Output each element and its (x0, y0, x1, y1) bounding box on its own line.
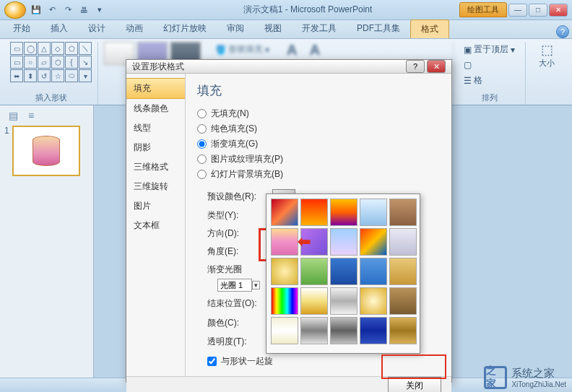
preset-gradient-swatch[interactable] (330, 287, 358, 315)
transparency-label: 透明度(T): (207, 336, 266, 348)
ribbon-tab[interactable]: 幻灯片放映 (153, 19, 217, 38)
preset-gradient-swatch[interactable] (300, 258, 328, 285)
fill-radio[interactable] (197, 139, 207, 149)
preset-gradient-swatch[interactable] (271, 258, 298, 285)
layer-back-icon: ▢ (464, 60, 472, 70)
sidebar-item[interactable]: 线型 (126, 118, 185, 138)
qat-more-icon[interactable]: ▾ (92, 3, 107, 17)
fill-radio-label: 幻灯片背景填充(B) (211, 168, 283, 180)
preset-gradient-swatch[interactable] (300, 317, 328, 344)
preset-gradient-swatch[interactable] (271, 317, 298, 344)
ribbon-tab[interactable]: 开发工具 (292, 19, 347, 38)
preset-gradient-swatch[interactable] (271, 199, 298, 226)
redo-icon[interactable]: ↷ (61, 3, 75, 17)
sidebar-item[interactable]: 三维格式 (126, 157, 185, 177)
preset-gradient-swatch[interactable] (389, 258, 417, 285)
ribbon-tab[interactable]: 插入 (40, 19, 78, 38)
preset-gradient-swatch[interactable] (360, 287, 387, 315)
sidebar-item[interactable]: 文本框 (126, 216, 185, 235)
watermark: 之家 系统之家 XiTongZhiJia.Net (484, 366, 566, 389)
sidebar-item[interactable]: 三维旋转 (126, 177, 185, 196)
stop-selector-input[interactable] (217, 279, 252, 292)
send-to-back-button[interactable]: ▢ (459, 58, 476, 71)
ribbon-tab[interactable]: 审阅 (217, 19, 254, 38)
preset-gradient-swatch[interactable] (360, 199, 387, 226)
size-button[interactable]: ⬚ 大小 (532, 42, 562, 69)
preset-gradient-swatch[interactable] (389, 287, 417, 315)
sidebar-item[interactable]: 图片 (126, 196, 185, 216)
section-title: 填充 (197, 82, 440, 99)
bring-to-front-button[interactable]: ▣ 置于顶层 ▾ (459, 42, 519, 57)
bucket-icon: 🪣 (215, 45, 226, 55)
ribbon-group-label: 插入形状 (10, 92, 92, 105)
preset-gradient-swatch[interactable] (271, 287, 298, 315)
preset-gradient-swatch[interactable] (389, 199, 417, 226)
outline-tab-icon[interactable]: ≡ (28, 110, 34, 121)
print-icon[interactable]: 🖶 (77, 3, 91, 17)
watermark-logo-icon: 之家 (484, 366, 507, 389)
preset-gradient-swatch[interactable] (360, 228, 387, 256)
rotate-with-shape-checkbox[interactable] (207, 357, 217, 366)
save-icon[interactable]: 💾 (29, 3, 43, 17)
direction-label: 方向(D): (207, 227, 266, 240)
maximize-button[interactable]: □ (529, 4, 547, 17)
sidebar-item[interactable]: 填充 (126, 78, 185, 99)
sidebar-item[interactable]: 阴影 (126, 138, 185, 157)
preset-gradient-swatch[interactable] (300, 228, 328, 256)
selection-pane-button[interactable]: ☰格 (459, 73, 487, 88)
fill-radio-label: 图片或纹理填充(P) (211, 153, 283, 165)
fill-radio[interactable] (197, 170, 207, 179)
preset-gradient-swatch[interactable] (330, 258, 358, 285)
window-titlebar: 💾 ↶ ↷ 🖶 ▾ 演示文稿1 - Microsoft PowerPoint 绘… (0, 0, 572, 20)
fill-radio[interactable] (197, 154, 207, 164)
cylinder-shape-thumb (32, 136, 60, 166)
sidebar-item[interactable]: 线条颜色 (126, 99, 185, 118)
dialog-help-button[interactable]: ? (406, 60, 425, 73)
preset-gradient-swatch[interactable] (300, 287, 328, 315)
ribbon-tab[interactable]: 设计 (78, 19, 116, 38)
help-button[interactable]: ? (556, 25, 569, 38)
contextual-tab-label: 绘图工具 (459, 2, 507, 17)
fill-option-row: 无填充(N) (197, 106, 440, 121)
slide-thumbnail[interactable] (12, 126, 80, 176)
wordart-a-icon[interactable]: A (287, 42, 297, 58)
preset-gradient-swatch[interactable] (389, 228, 417, 256)
ribbon-group-shapes: ▭◯△◇⬠＼ ▭○▱⬡{↘ ⬌⬍↺☆⬭▾ 插入形状 (4, 42, 98, 105)
preset-gradient-swatch[interactable] (360, 258, 387, 285)
shapes-gallery[interactable]: ▭◯△◇⬠＼ ▭○▱⬡{↘ ⬌⬍↺☆⬭▾ (10, 42, 92, 82)
size-icon: ⬚ (532, 42, 562, 58)
minimize-button[interactable]: — (508, 4, 527, 17)
wordart-a-outline-icon[interactable]: A (310, 42, 320, 58)
ribbon-tab[interactable]: PDF工具集 (347, 19, 410, 38)
fill-radio[interactable] (197, 109, 207, 118)
rotate-with-shape-label: 与形状一起旋 (221, 355, 273, 367)
ribbon-tab[interactable]: 视图 (254, 19, 292, 38)
preset-gradient-swatch[interactable] (300, 199, 328, 226)
office-button[interactable] (4, 1, 26, 19)
dialog-sidebar: 填充线条颜色线型阴影三维格式三维旋转图片文本框 (126, 74, 186, 376)
preset-gradient-swatch[interactable] (271, 228, 298, 256)
dialog-close-x-button[interactable]: ✕ (427, 60, 446, 73)
ribbon-tabstrip: 开始插入设计动画幻灯片放映审阅视图开发工具PDF工具集格式 ? (0, 20, 572, 39)
preset-gradient-swatch[interactable] (360, 317, 387, 344)
slides-tab-icon[interactable]: ▤ (9, 110, 18, 121)
preset-gradient-swatch[interactable] (330, 228, 358, 256)
color-label: 颜色(C): (207, 317, 266, 329)
close-window-button[interactable]: ✕ (549, 4, 568, 17)
undo-icon[interactable]: ↶ (45, 3, 59, 17)
ribbon-tab[interactable]: 开始 (3, 19, 40, 38)
window-title: 演示文稿1 - Microsoft PowerPoint (243, 4, 373, 16)
ribbon-tab[interactable]: 格式 (410, 19, 449, 38)
ribbon-group-label: 排列 (459, 92, 519, 105)
preset-gradient-swatch[interactable] (389, 317, 417, 344)
fill-option-row: 渐变填充(G) (197, 136, 440, 152)
preset-gradient-swatch[interactable] (330, 317, 358, 344)
preset-gradient-swatch[interactable] (330, 199, 358, 226)
close-button[interactable]: 关闭 (388, 377, 441, 392)
fill-radio[interactable] (197, 124, 207, 134)
shape-fill-button[interactable]: 🪣 形状填充 ▾ (211, 42, 274, 57)
dialog-titlebar[interactable]: 设置形状格式 ? ✕ (126, 60, 451, 74)
preset-gradient-popup (266, 193, 420, 354)
ribbon-tab[interactable]: 动画 (116, 19, 153, 38)
stop-selector[interactable]: ▾ (217, 279, 260, 292)
